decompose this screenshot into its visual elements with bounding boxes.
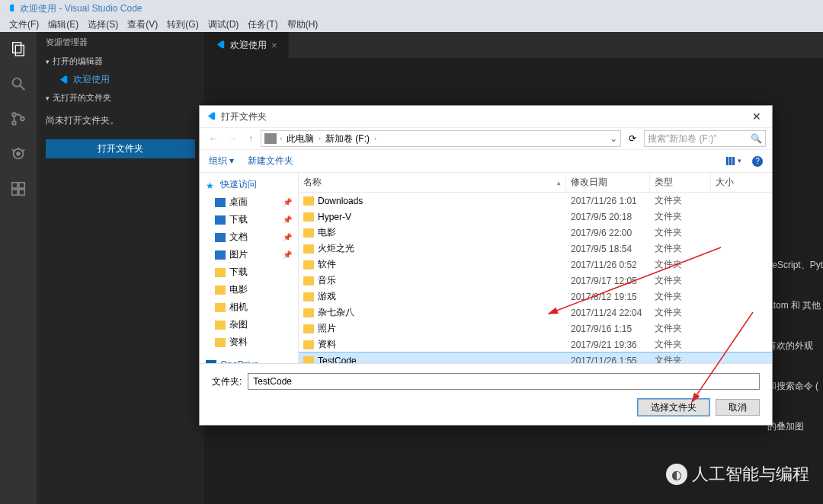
chevron-down-icon[interactable]: ⌄: [610, 133, 617, 144]
folder-icon: [303, 308, 314, 317]
vscode-file-icon: [58, 75, 69, 85]
breadcrumb-drive[interactable]: 新加卷 (F:): [324, 132, 371, 145]
search-icon: 🔍: [751, 133, 762, 144]
open-folder-dialog: 打开文件夹 ✕ ← → ↑ › 此电脑 › 新加卷 (F:) › ⌄ ⟳ 搜索"…: [199, 105, 773, 426]
svg-point-4: [12, 113, 16, 116]
menu-selection[interactable]: 选择(S): [83, 18, 123, 31]
svg-point-2: [13, 78, 21, 87]
close-icon[interactable]: ×: [271, 40, 277, 51]
window-titlebar: 欢迎使用 - Visual Studio Code: [0, 0, 823, 17]
col-type[interactable]: 类型: [650, 173, 711, 192]
menu-go[interactable]: 转到(G): [162, 18, 203, 31]
tree-documents[interactable]: 文档📌: [203, 228, 295, 246]
svg-rect-0: [13, 43, 21, 53]
file-row[interactable]: 电影2017/9/6 22:00文件夹: [299, 225, 772, 241]
nav-back-icon[interactable]: ←: [206, 133, 221, 144]
explorer-icon[interactable]: [8, 38, 29, 59]
open-folder-button[interactable]: 打开文件夹: [46, 139, 195, 158]
menu-help[interactable]: 帮助(H): [283, 18, 323, 31]
tree-quick-access[interactable]: ★快速访问: [203, 176, 295, 193]
svg-point-6: [21, 117, 24, 121]
folder-icon: [303, 212, 314, 222]
breadcrumb-pc[interactable]: 此电脑: [285, 132, 315, 145]
file-row[interactable]: Hyper-V2017/9/5 20:18文件夹: [299, 209, 772, 225]
search-input[interactable]: 搜索"新加卷 (F:)" 🔍: [644, 130, 766, 147]
tree-onedrive[interactable]: OneDrive: [203, 357, 295, 363]
folder-icon: [303, 340, 314, 349]
tab-welcome[interactable]: 欢迎使用 ×: [204, 32, 289, 58]
svg-rect-12: [12, 183, 18, 188]
menu-debug[interactable]: 调试(D): [203, 18, 244, 31]
tree-folder[interactable]: 相机: [203, 298, 295, 316]
window-title: 欢迎使用 - Visual Studio Code: [20, 2, 143, 15]
svg-rect-1: [15, 45, 24, 56]
tree-folder[interactable]: 下载: [203, 263, 295, 281]
tree-pictures[interactable]: 图片📌: [203, 246, 295, 263]
file-list: 名称▴ 修改日期 类型 大小 Downloads2017/11/26 1:01文…: [299, 173, 772, 363]
menu-view[interactable]: 查看(V): [123, 18, 162, 31]
view-mode-icon[interactable]: ▾: [726, 157, 741, 165]
wechat-icon: ◐: [666, 464, 687, 485]
welcome-right-column: peScript、Pyt Atom 和 其他 喜欢的外观 和搜索命令 ( 的叠加…: [767, 245, 823, 447]
extensions-icon[interactable]: [8, 178, 29, 199]
watermark: ◐ 人工智能与编程: [666, 463, 809, 486]
file-row[interactable]: 软件2017/11/26 0:52文件夹: [299, 257, 772, 273]
vscode-logo-icon: [5, 3, 15, 14]
close-icon[interactable]: ✕: [748, 109, 766, 124]
nav-tree: ★快速访问 桌面📌 下载📌 文档📌 图片📌 下载 电影 相机 杂图 资料 One…: [200, 173, 299, 363]
menu-tasks[interactable]: 任务(T): [243, 18, 282, 31]
col-size[interactable]: 大小: [711, 173, 772, 192]
folder-icon: [303, 292, 314, 301]
help-icon[interactable]: ?: [752, 156, 763, 167]
tree-downloads[interactable]: 下载📌: [203, 211, 295, 228]
refresh-icon[interactable]: ⟳: [626, 133, 639, 144]
menubar: 文件(F) 编辑(E) 选择(S) 查看(V) 转到(G) 调试(D) 任务(T…: [0, 17, 823, 32]
folder-icon: [303, 228, 314, 238]
sidebar-title: 资源管理器: [37, 32, 204, 53]
organize-menu[interactable]: 组织 ▾: [209, 155, 234, 167]
cancel-button[interactable]: 取消: [716, 399, 760, 416]
file-row[interactable]: TestCode2017/11/26 1:55文件夹: [299, 352, 772, 363]
menu-edit[interactable]: 编辑(E): [43, 18, 83, 31]
address-bar[interactable]: › 此电脑 › 新加卷 (F:) › ⌄: [261, 130, 621, 147]
debug-icon[interactable]: [8, 143, 29, 164]
folder-icon: [303, 276, 314, 285]
folder-input[interactable]: [248, 373, 760, 390]
folder-icon: [303, 324, 314, 333]
svg-line-3: [21, 86, 25, 91]
tree-desktop[interactable]: 桌面📌: [203, 193, 295, 211]
nav-forward-icon[interactable]: →: [226, 133, 241, 144]
tree-folder[interactable]: 杂图: [203, 316, 295, 333]
menu-file[interactable]: 文件(F): [5, 18, 43, 31]
open-editors-section[interactable]: 打开的编辑器: [37, 53, 204, 70]
svg-rect-13: [19, 183, 24, 188]
dialog-title: 打开文件夹: [221, 110, 267, 123]
col-date[interactable]: 修改日期: [566, 173, 650, 192]
file-row[interactable]: Downloads2017/11/26 1:01文件夹: [299, 193, 772, 209]
tree-folder[interactable]: 电影: [203, 281, 295, 298]
nav-up-icon[interactable]: ↑: [245, 133, 256, 144]
file-row[interactable]: 火炬之光2017/9/5 18:54文件夹: [299, 241, 772, 257]
drive-icon: [264, 133, 277, 144]
folder-icon: [303, 244, 314, 254]
file-row[interactable]: 杂七杂八2017/11/24 22:04文件夹: [299, 305, 772, 321]
git-icon[interactable]: [8, 108, 29, 129]
tree-folder[interactable]: 资料: [203, 333, 295, 351]
file-row[interactable]: 音乐2017/9/17 12:05文件夹: [299, 273, 772, 289]
new-folder-button[interactable]: 新建文件夹: [248, 155, 293, 167]
no-folder-msg: 尚未打开文件夹。: [37, 107, 204, 135]
folder-label: 文件夹:: [212, 375, 242, 388]
file-row[interactable]: 游戏2017/8/12 19:15文件夹: [299, 289, 772, 305]
file-row[interactable]: 资料2017/9/21 19:36文件夹: [299, 337, 772, 352]
open-editor-welcome[interactable]: 欢迎使用: [37, 70, 204, 89]
activitybar: [0, 32, 37, 504]
editor-tabs: 欢迎使用 ×: [204, 32, 823, 58]
search-icon[interactable]: [8, 73, 29, 94]
folder-icon: [303, 260, 314, 270]
file-row[interactable]: 照片2017/9/16 1:15文件夹: [299, 321, 772, 337]
select-folder-button[interactable]: 选择文件夹: [638, 399, 709, 416]
explorer-sidebar: 资源管理器 打开的编辑器 欢迎使用 无打开的文件夹 尚未打开文件夹。 打开文件夹: [37, 32, 204, 504]
col-name[interactable]: 名称▴: [299, 173, 566, 192]
no-folder-section[interactable]: 无打开的文件夹: [37, 89, 204, 107]
vscode-logo-icon: [206, 111, 216, 122]
